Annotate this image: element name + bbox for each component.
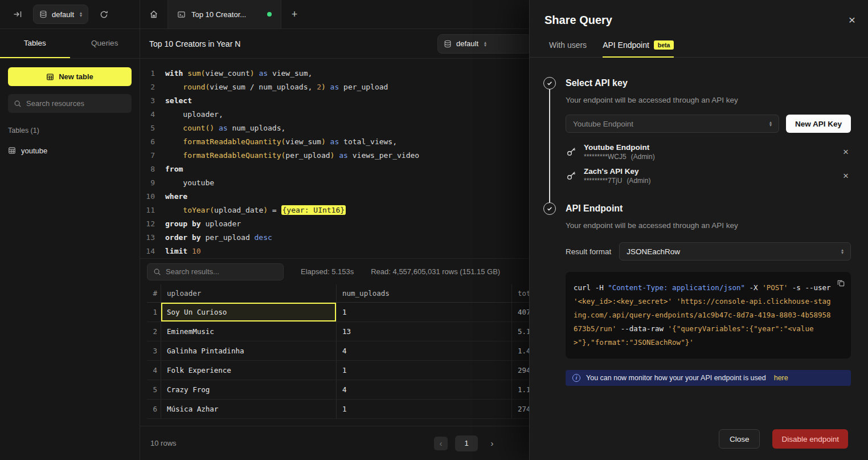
cell-num-uploads[interactable]: 1 (337, 361, 512, 380)
resource-search-input[interactable] (26, 99, 126, 108)
sql-code: group by uploader (165, 217, 241, 231)
sql-code: round(view_sum / num_uploads, 2) as per_… (165, 80, 388, 94)
tab-api-endpoint[interactable]: API Endpoint beta (603, 40, 674, 58)
sql-code: youtube (165, 176, 214, 190)
line-number: 3 (140, 94, 165, 108)
row-index: 5 (147, 380, 161, 399)
api-key-item[interactable]: Youtube Endpoint *********WCJ5(Admin) × (566, 140, 851, 164)
results-search-input[interactable] (166, 267, 277, 276)
home-button[interactable] (140, 0, 167, 29)
refresh-button[interactable] (94, 5, 113, 24)
line-number: 11 (140, 203, 165, 217)
prev-page-button[interactable]: ‹ (434, 437, 448, 450)
cell-uploader[interactable]: Música Azhar (161, 400, 337, 418)
next-page-button[interactable]: › (485, 437, 499, 450)
sql-code: with sum(view_count) as view_sum, (165, 67, 312, 80)
line-number: 12 (140, 217, 165, 231)
remove-api-key-button[interactable]: × (843, 147, 849, 157)
cell-num-uploads[interactable]: 1 (337, 400, 512, 418)
close-modal-button[interactable]: × (849, 14, 855, 26)
api-key-select[interactable]: Youtube Endpoint ▴▾ (566, 115, 779, 133)
remove-api-key-button[interactable]: × (843, 171, 849, 181)
info-text: You can now monitor how your your API en… (586, 374, 766, 382)
cell-num-uploads[interactable]: 1 (337, 303, 512, 321)
step-select-api-key: Select API key Your endpoint will be acc… (543, 77, 851, 202)
database-selector-value: default (52, 10, 74, 19)
row-count: 10 rows (150, 439, 177, 447)
line-number: 5 (140, 121, 165, 135)
stepper-rail (543, 202, 566, 386)
tab-with-users-label: With users (549, 40, 587, 50)
resource-search[interactable] (8, 94, 132, 113)
cell-uploader[interactable]: Folk Experience (161, 361, 337, 380)
stepper-rail (543, 77, 566, 202)
close-button[interactable]: Close (719, 429, 760, 449)
result-format-select[interactable]: JSONEachRow ▴▾ (619, 242, 851, 260)
close-icon: × (849, 13, 855, 26)
sql-code: uploader, (165, 108, 223, 121)
monitor-here-link[interactable]: here (774, 374, 788, 382)
info-icon: i (572, 374, 580, 382)
row-index: 4 (147, 361, 161, 380)
curl-command[interactable]: curl -H "Content-Type: application/json"… (566, 272, 851, 359)
modal-header: Share Query × (530, 0, 868, 27)
step1-title: Select API key (566, 77, 851, 89)
sql-code: select (165, 94, 192, 108)
api-key-secret: *********7TjU(Admin) (584, 177, 650, 185)
tab-tables[interactable]: Tables (0, 29, 70, 58)
col-num-uploads[interactable]: num_uploads (337, 284, 512, 302)
step1-subtitle: Your endpoint will be accessed through a… (566, 95, 851, 105)
api-key-select-value: Youtube Endpoint (573, 120, 633, 128)
collapse-sidebar-icon (13, 10, 22, 19)
cell-num-uploads[interactable]: 4 (337, 380, 512, 399)
monitor-info-banner: i You can now monitor how your your API … (566, 370, 851, 386)
tab-queries[interactable]: Queries (70, 29, 140, 58)
api-key-item[interactable]: Zach's API Key *********7TjU(Admin) × (566, 164, 851, 188)
line-number: 8 (140, 162, 165, 176)
line-number: 7 (140, 149, 165, 162)
disable-endpoint-button[interactable]: Disable endpoint (772, 429, 848, 449)
tab-api-endpoint-label: API Endpoint (603, 40, 649, 50)
modal-content: Select API key Your endpoint will be acc… (530, 58, 868, 421)
unsaved-changes-dot (267, 12, 272, 17)
chevron-updown-icon: ▴▾ (769, 121, 772, 127)
collapse-sidebar-button[interactable] (8, 5, 27, 24)
cell-num-uploads[interactable]: 4 (337, 341, 512, 360)
result-format-value: JSONEachRow (627, 247, 680, 256)
results-search[interactable] (147, 263, 284, 280)
new-api-key-button[interactable]: New API Key (786, 115, 851, 133)
query-tab[interactable]: Top 10 Creator... (167, 0, 281, 29)
page-number[interactable]: 1 (455, 435, 478, 451)
read-stat: Read: 4,557,605,031 rows (151.15 GB) (371, 267, 500, 276)
cell-uploader[interactable]: Galinha Pintadinha (161, 341, 337, 360)
cell-uploader[interactable]: EminemMusic (161, 322, 337, 341)
new-tab-button[interactable]: + (281, 0, 308, 29)
step2-subtitle: Your endpoint will be accessed through a… (566, 221, 851, 231)
tables-section-label: Tables (1) (8, 127, 132, 135)
share-query-modal: Share Query × With users API Endpoint be… (529, 0, 868, 460)
new-table-button[interactable]: New table (8, 67, 132, 86)
modal-footer: Close Disable endpoint (530, 421, 868, 460)
stepper: Select API key Your endpoint will be acc… (543, 77, 851, 386)
col-uploader[interactable]: uploader (161, 284, 337, 302)
database-selector[interactable]: default ▴▾ (33, 5, 88, 24)
search-icon (153, 268, 161, 276)
result-format-label: Result format (566, 247, 611, 256)
row-index: 6 (147, 400, 161, 418)
refresh-icon (100, 10, 108, 19)
row-index: 3 (147, 341, 161, 360)
key-icon (566, 146, 577, 157)
editor-database-selector[interactable]: default ▴▾ (437, 34, 531, 54)
copy-button[interactable] (837, 279, 845, 287)
cell-uploader[interactable]: Soy Un Curioso (161, 303, 337, 321)
sidebar: Tables Queries New table Tables (1) yout… (0, 29, 140, 460)
sql-code: toYear(upload_date) = {year: UInt16} (165, 203, 346, 217)
cell-num-uploads[interactable]: 13 (337, 322, 512, 341)
sidebar-item-youtube[interactable]: youtube (0, 141, 140, 160)
table-icon (8, 146, 16, 154)
tab-with-users[interactable]: With users (549, 40, 587, 58)
new-table-label: New table (59, 72, 93, 81)
chevron-updown-icon: ▴▾ (841, 249, 844, 254)
cell-uploader[interactable]: Crazy Frog (161, 380, 337, 399)
chevron-left-icon: ‹ (440, 438, 443, 448)
